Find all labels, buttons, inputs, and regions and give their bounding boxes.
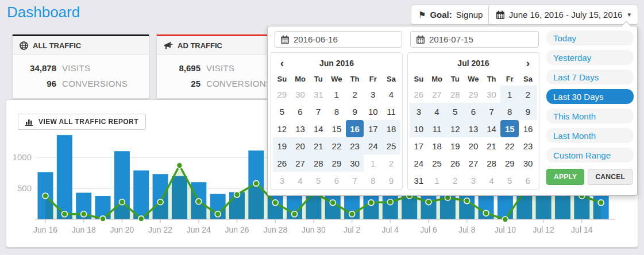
calendar-day[interactable]: 13: [291, 120, 310, 137]
calendar-day[interactable]: 24: [410, 154, 428, 172]
calendar-day[interactable]: 4: [428, 103, 446, 120]
calendar-day[interactable]: 11: [428, 120, 446, 137]
calendar-day[interactable]: 29: [273, 86, 291, 103]
range-option-last-7-days[interactable]: Last 7 Days: [546, 69, 634, 84]
calendar-day[interactable]: 9: [346, 103, 364, 120]
calendar-day[interactable]: 29: [327, 154, 346, 172]
calendar-day[interactable]: 5: [309, 172, 327, 189]
calendar-day[interactable]: 28: [483, 154, 501, 172]
calendar-day[interactable]: 1: [364, 154, 382, 172]
range-option-yesterday[interactable]: Yesterday: [546, 50, 634, 65]
calendar-day[interactable]: 1: [428, 172, 446, 189]
range-option-today[interactable]: Today: [546, 30, 634, 45]
calendar-day[interactable]: 21: [309, 137, 327, 154]
calendar-day[interactable]: 24: [364, 137, 382, 154]
end-date-input[interactable]: 2016-07-15: [410, 31, 539, 48]
range-option-last-month[interactable]: Last Month: [546, 128, 634, 143]
range-option-this-month[interactable]: This Month: [546, 109, 634, 123]
calendar-day[interactable]: 27: [428, 86, 446, 103]
calendar-day[interactable]: 6: [291, 103, 310, 120]
calendar-day[interactable]: 3: [464, 172, 483, 189]
calendar-day[interactable]: 28: [309, 154, 327, 172]
calendar-day[interactable]: 19: [446, 137, 464, 154]
calendar-day[interactable]: 6: [464, 103, 483, 120]
calendar-day[interactable]: 10: [410, 120, 428, 137]
calendar-day[interactable]: 3: [364, 86, 382, 103]
calendar-day[interactable]: 26: [410, 86, 428, 103]
calendar-day[interactable]: 1: [327, 86, 346, 103]
calendar-day[interactable]: 6: [519, 172, 537, 189]
calendar-day[interactable]: 14: [483, 120, 501, 137]
calendar-day[interactable]: 5: [446, 103, 464, 120]
calendar-day[interactable]: 17: [410, 137, 428, 154]
calendar-day[interactable]: 13: [464, 120, 483, 137]
calendar-day[interactable]: 9: [519, 103, 537, 120]
calendar-day[interactable]: 25: [382, 137, 400, 154]
calendar-day[interactable]: 11: [382, 103, 400, 120]
calendar-day[interactable]: 21: [483, 137, 501, 154]
calendar-day[interactable]: 23: [346, 137, 364, 154]
calendar-day[interactable]: 12: [273, 120, 291, 137]
calendar-day[interactable]: 23: [519, 137, 537, 154]
apply-button[interactable]: APPLY: [546, 169, 584, 185]
calendar-day[interactable]: 10: [364, 103, 382, 120]
calendar-day[interactable]: 7: [309, 103, 327, 120]
date-range-button[interactable]: June 16, 2016 - July 15, 2016 ▾: [488, 5, 638, 25]
calendar-day[interactable]: 31: [309, 86, 327, 103]
calendar-day[interactable]: 14: [309, 120, 327, 137]
calendar-day[interactable]: 30: [346, 154, 364, 172]
goal-dropdown-button[interactable]: ⚑ Goal: Signup ▾: [411, 5, 499, 25]
calendar-day[interactable]: 3: [273, 172, 291, 189]
calendar-day[interactable]: 25: [428, 154, 446, 172]
calendar-day[interactable]: 4: [483, 172, 501, 189]
calendar-day[interactable]: 27: [464, 154, 483, 172]
next-month-icon[interactable]: ›: [520, 55, 536, 72]
calendar-day[interactable]: 28: [446, 86, 464, 103]
calendar-day[interactable]: 8: [500, 103, 519, 120]
calendar-day[interactable]: 26: [273, 154, 291, 172]
calendar-day[interactable]: 22: [327, 137, 346, 154]
calendar-day[interactable]: 2: [446, 172, 464, 189]
calendar-day[interactable]: 2: [519, 86, 537, 103]
calendar-day[interactable]: 15: [500, 120, 519, 137]
calendar-day[interactable]: 15: [327, 120, 346, 137]
calendar-day[interactable]: 7: [346, 172, 364, 189]
calendar-day[interactable]: 30: [519, 154, 537, 172]
view-all-traffic-report-button[interactable]: VIEW ALL TRAFFIC REPORT: [18, 114, 146, 130]
calendar-day[interactable]: 29: [464, 86, 483, 103]
calendar-day[interactable]: 1: [500, 86, 519, 103]
range-option-custom-range[interactable]: Custom Range: [546, 148, 634, 163]
calendar-day[interactable]: 2: [382, 154, 400, 172]
calendar-day[interactable]: 20: [464, 137, 483, 154]
calendar-day[interactable]: 30: [483, 86, 501, 103]
calendar-day[interactable]: 8: [327, 103, 346, 120]
calendar-day[interactable]: 8: [364, 172, 382, 189]
range-option-last-30-days[interactable]: Last 30 Days: [546, 89, 634, 104]
calendar-day[interactable]: 20: [291, 137, 310, 154]
calendar-day[interactable]: 5: [500, 172, 519, 189]
calendar-day[interactable]: 9: [382, 172, 400, 189]
calendar-day[interactable]: 18: [428, 137, 446, 154]
calendar-day[interactable]: 30: [291, 86, 310, 103]
prev-month-icon[interactable]: ‹: [274, 55, 290, 72]
calendar-day[interactable]: 12: [446, 120, 464, 137]
calendar-day[interactable]: 2: [346, 86, 364, 103]
calendar-day[interactable]: 5: [273, 103, 291, 120]
calendar-day[interactable]: 31: [410, 172, 428, 189]
calendar-day[interactable]: 3: [410, 103, 428, 120]
calendar-day[interactable]: 22: [500, 137, 519, 154]
calendar-day[interactable]: 16: [519, 120, 537, 137]
calendar-day[interactable]: 16: [346, 120, 364, 137]
calendar-day[interactable]: 29: [500, 154, 519, 172]
cancel-button[interactable]: CANCEL: [588, 169, 633, 185]
calendar-day[interactable]: 4: [291, 172, 310, 189]
calendar-day[interactable]: 19: [273, 137, 291, 154]
calendar-day[interactable]: 26: [446, 154, 464, 172]
start-date-input[interactable]: 2016-06-16: [275, 31, 402, 48]
calendar-day[interactable]: 17: [364, 120, 382, 137]
calendar-day[interactable]: 18: [382, 120, 400, 137]
calendar-day[interactable]: 4: [382, 86, 400, 103]
calendar-day[interactable]: 6: [327, 172, 346, 189]
calendar-day[interactable]: 27: [291, 154, 310, 172]
calendar-day[interactable]: 7: [483, 103, 501, 120]
